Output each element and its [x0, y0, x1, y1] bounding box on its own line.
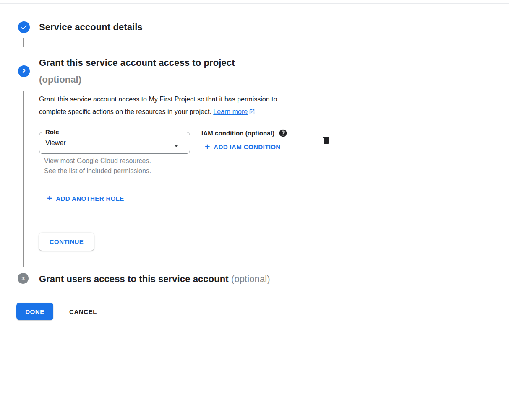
top-divider: [0, 3, 509, 4]
role-field-label: Role: [43, 128, 61, 136]
plus-icon: +: [205, 143, 210, 151]
delete-role-button[interactable]: [321, 135, 331, 145]
step3-heading: Grant users access to this service accou…: [39, 271, 270, 288]
step-connector-1: [23, 38, 24, 47]
chevron-down-icon: [171, 141, 181, 153]
help-icon[interactable]: [279, 129, 287, 137]
step2-optional-label: (optional): [39, 71, 235, 88]
step2-title: Grant this service account access to pro…: [39, 54, 235, 71]
step3-indicator: 3: [18, 273, 29, 284]
create-service-account-panel: Service account details 2 Grant this ser…: [0, 0, 509, 420]
external-link-icon[interactable]: [249, 106, 255, 119]
role-helper-line1: View most Google Cloud resources.: [44, 157, 151, 164]
cancel-button[interactable]: CANCEL: [67, 303, 99, 320]
add-iam-condition-label: ADD IAM CONDITION: [214, 143, 280, 150]
step1-indicator: [18, 21, 30, 33]
role-helper-line2: See the list of included permissions.: [44, 167, 151, 174]
step2-description: Grant this service account access to My …: [39, 93, 341, 119]
role-select[interactable]: Viewer: [39, 132, 190, 154]
step2-number: 2: [22, 68, 26, 75]
add-another-role-button[interactable]: + ADD ANOTHER ROLE: [47, 194, 124, 202]
iam-condition-row: IAM condition (optional): [201, 129, 287, 137]
iam-condition-label: IAM condition (optional): [201, 130, 274, 137]
step3-number: 3: [21, 275, 24, 282]
plus-icon: +: [47, 194, 52, 202]
step1-title: Service account details: [39, 19, 143, 36]
step3-title: Grant users access to this service accou…: [39, 274, 229, 284]
add-another-role-label: ADD ANOTHER ROLE: [56, 195, 124, 202]
step3-optional-label: (optional): [231, 274, 270, 284]
learn-more-link[interactable]: Learn more: [213, 108, 248, 115]
step2-indicator: 2: [18, 65, 30, 77]
continue-button[interactable]: CONTINUE: [39, 233, 94, 251]
role-selected-value: Viewer: [39, 139, 66, 147]
description-line1: Grant this service account access to My …: [39, 96, 277, 103]
step2-heading: Grant this service account access to pro…: [39, 54, 235, 88]
description-line2: complete specific actions on the resourc…: [39, 108, 211, 115]
step-connector-2: [23, 91, 24, 267]
role-helper-text: View most Google Cloud resources. See th…: [44, 156, 151, 176]
add-iam-condition-button[interactable]: + ADD IAM CONDITION: [205, 143, 281, 151]
done-button[interactable]: DONE: [16, 303, 53, 320]
trash-icon: [321, 140, 331, 147]
check-icon: [20, 23, 28, 31]
